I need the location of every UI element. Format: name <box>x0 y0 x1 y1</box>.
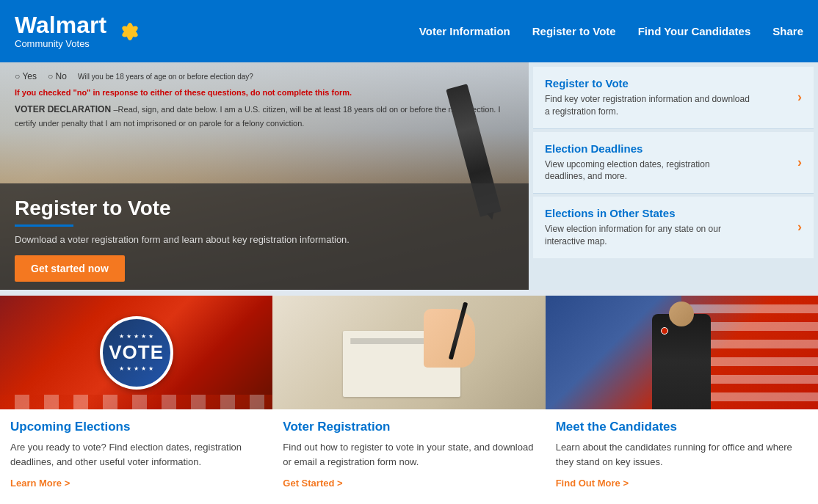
hero-title: Register to Vote <box>15 197 514 220</box>
form-declaration: VOTER DECLARATION –Read, sign, and date … <box>15 103 514 131</box>
panel-title-3: Elections in Other States <box>545 207 750 219</box>
flag-stripe-1 <box>0 395 272 409</box>
form-no: No <box>56 71 67 81</box>
sidebar-panels: Register to Vote Find key voter registra… <box>529 62 818 290</box>
nav-share[interactable]: Share <box>772 25 803 37</box>
cards-section: ★ ★ ★ ★ ★ VOTE ★ ★ ★ ★ ★ Upcoming Electi… <box>0 296 818 504</box>
brand-subtitle: Community Votes <box>15 38 106 49</box>
logo-area: Walmart Community Votes <box>15 13 148 49</box>
panel-desc-1: Find key voter registration information … <box>545 93 750 118</box>
card-link-upcoming-elections[interactable]: Learn More <box>10 478 70 489</box>
panel-election-deadlines[interactable]: Election Deadlines View upcoming electio… <box>533 132 814 194</box>
card-desc-meet-candidates: Learn about the candidates running for o… <box>556 440 808 469</box>
card-image-upcoming-elections: ★ ★ ★ ★ ★ VOTE ★ ★ ★ ★ ★ <box>0 296 272 409</box>
star-6: ★ <box>119 365 124 372</box>
card-upcoming-elections: ★ ★ ★ ★ ★ VOTE ★ ★ ★ ★ ★ Upcoming Electi… <box>0 296 272 504</box>
card-body-voter-registration: Voter Registration Find out how to regis… <box>272 420 545 489</box>
card-image-voter-registration <box>272 296 545 409</box>
main-nav: Voter Information Register to Vote Find … <box>419 25 803 37</box>
star-10: ★ <box>148 365 153 372</box>
card-body-meet-candidates: Meet the Candidates Learn about the cand… <box>546 420 818 489</box>
card-link-voter-registration[interactable]: Get Started <box>283 478 342 489</box>
form-yes: Yes <box>22 71 37 81</box>
card-title-upcoming-elections: Upcoming Elections <box>10 420 262 434</box>
vote-text: VOTE <box>109 341 164 364</box>
star-7: ★ <box>126 365 131 372</box>
panel-desc-3: View election information for any state … <box>545 223 750 248</box>
star-2: ★ <box>126 333 131 340</box>
card-voter-registration: Voter Registration Find out how to regis… <box>272 296 545 504</box>
hero-form-text: ○ Yes ○ No Will you be 18 years of age o… <box>15 70 514 133</box>
walmart-spark-icon <box>112 14 148 49</box>
separator <box>0 290 818 296</box>
card-desc-voter-registration: Find out how to register to vote in your… <box>283 440 535 469</box>
main-content: ○ Yes ○ No Will you be 18 years of age o… <box>0 62 818 290</box>
hero-overlay: Register to Vote Download a voter regist… <box>0 183 529 290</box>
brand-name: Walmart <box>15 13 106 37</box>
candidate-head <box>669 302 694 326</box>
panel-register-to-vote[interactable]: Register to Vote Find key voter registra… <box>533 67 814 129</box>
star-1: ★ <box>119 333 124 340</box>
panel-arrow-1: › <box>797 90 802 105</box>
card-title-meet-candidates: Meet the Candidates <box>556 420 808 434</box>
star-5: ★ <box>148 333 153 340</box>
card-desc-upcoming-elections: Are you ready to vote? Find election dat… <box>10 440 262 469</box>
hero-description: Download a voter registration form and l… <box>15 234 514 245</box>
hero-cta-button[interactable]: Get started now <box>15 255 125 282</box>
card-body-upcoming-elections: Upcoming Elections Are you ready to vote… <box>0 420 272 489</box>
card-meet-candidates: Meet the Candidates Learn about the cand… <box>546 296 818 504</box>
card-link-meet-candidates[interactable]: Find Out More <box>556 478 629 489</box>
panel-elections-other-states[interactable]: Elections in Other States View election … <box>533 197 814 258</box>
card-image-meet-candidates <box>546 296 818 409</box>
star-8: ★ <box>134 365 139 372</box>
logo-text-block: Walmart Community Votes <box>15 13 106 49</box>
panel-title-1: Register to Vote <box>545 77 750 90</box>
nav-find-candidates[interactable]: Find Your Candidates <box>638 25 751 37</box>
star-9: ★ <box>141 365 146 372</box>
panel-arrow-2: › <box>797 155 802 170</box>
panel-arrow-3: › <box>797 219 802 235</box>
star-3: ★ <box>134 333 139 340</box>
hero-underline <box>15 224 73 227</box>
lapel-pin <box>661 327 668 335</box>
writing-graphic <box>343 309 475 397</box>
star-4: ★ <box>141 333 146 340</box>
vote-badge: ★ ★ ★ ★ ★ VOTE ★ ★ ★ ★ ★ <box>100 316 173 390</box>
vote-stars-top: ★ ★ ★ ★ ★ <box>119 333 153 340</box>
panel-desc-2: View upcoming election dates, registrati… <box>545 158 750 183</box>
hero-section: ○ Yes ○ No Will you be 18 years of age o… <box>0 62 529 290</box>
nav-voter-information[interactable]: Voter Information <box>419 25 510 37</box>
candidate-figure <box>652 314 711 409</box>
header: Walmart Community Votes Voter Informatio… <box>0 0 818 62</box>
panel-title-2: Election Deadlines <box>545 142 750 155</box>
form-red-text: If you checked "no" in response to eithe… <box>15 87 514 100</box>
nav-register-to-vote[interactable]: Register to Vote <box>532 25 616 37</box>
card-title-voter-registration: Voter Registration <box>283 420 535 434</box>
vote-stars-bottom: ★ ★ ★ ★ ★ <box>119 365 153 372</box>
